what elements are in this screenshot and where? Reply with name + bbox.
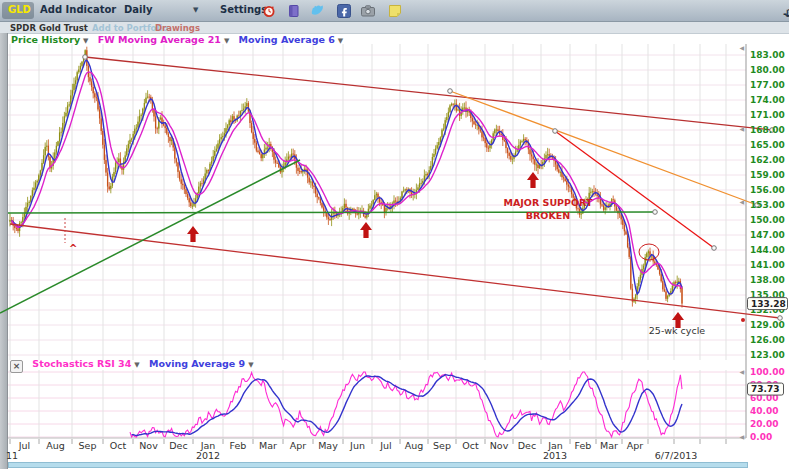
- price-tick-label: 147.00: [750, 230, 785, 240]
- indicator-tick-label: 100.00: [750, 367, 785, 377]
- month-label: Dec: [518, 440, 536, 451]
- month-label: Nov: [139, 440, 158, 451]
- indicator-panel-legend: × Stochastics RSI 34▼ Moving Average 9▼: [10, 358, 260, 373]
- price-tick-label: 153.00: [750, 200, 785, 210]
- month-label: Oct: [110, 440, 127, 451]
- month-label: Sep: [79, 440, 97, 451]
- price-tick-label: 177.00: [750, 80, 785, 90]
- trendline-handle: [553, 129, 558, 134]
- lower-channel-trendline[interactable]: [10, 224, 782, 320]
- caret-annotation: ^: [69, 243, 77, 254]
- chevron-down-icon: ▼: [134, 361, 139, 369]
- year-label: 6/7/2013: [655, 450, 698, 461]
- month-label: Mar: [600, 440, 618, 451]
- trendline-handle: [653, 210, 658, 215]
- price-tick-label: 129.00: [750, 320, 785, 330]
- price-tick-label: 171.00: [750, 110, 785, 120]
- year-label: 2012: [196, 450, 220, 461]
- month-label: Mar: [259, 440, 277, 451]
- price-tick-label: 180.00: [750, 65, 785, 75]
- gridlines: [8, 44, 746, 438]
- fw-moving-average-21-dropdown[interactable]: FW Moving Average 21▼: [98, 34, 235, 45]
- stochastics-layer: [130, 372, 682, 437]
- indicator-tick-label: 20.00: [750, 419, 778, 429]
- chevron-down-icon: ▼: [338, 37, 343, 45]
- svg-text:◀: ◀: [739, 368, 744, 375]
- month-label: Dec: [169, 440, 187, 451]
- stochastics-rsi-dropdown[interactable]: Stochastics RSI 34▼: [32, 358, 145, 369]
- trendline-handle: [448, 89, 453, 94]
- price-tick-label: 123.00: [750, 350, 785, 360]
- close-indicator-button[interactable]: ×: [10, 360, 23, 373]
- major-support-text: MAJOR SUPPORT: [504, 197, 593, 208]
- price-tick-label: 165.00: [750, 140, 785, 150]
- cycle-text: 25-wk cycle: [649, 325, 706, 336]
- moving-average-6-dropdown[interactable]: Moving Average 6▼: [239, 34, 350, 45]
- month-label: Feb: [575, 440, 592, 451]
- price-tick-label: 162.00: [750, 155, 785, 165]
- red-up-arrow: [360, 222, 372, 238]
- chevron-down-icon: ▼: [224, 37, 229, 45]
- moving-average-9-line: [132, 375, 682, 436]
- month-label: Aug: [46, 440, 65, 451]
- price-axis: 183.00180.00177.00174.00171.00168.00165.…: [739, 44, 787, 360]
- month-label: Feb: [230, 440, 247, 451]
- red-up-arrow: [187, 226, 199, 242]
- svg-text:133.28: 133.28: [751, 299, 786, 309]
- price-tick-label: 156.00: [750, 185, 785, 195]
- charting-app: GLD Add Indicator Daily ▼ Settings ↓ -3.…: [0, 0, 789, 471]
- annotations-layer: MAJOR SUPPORTBROKEN25-wk cycle^: [65, 172, 705, 336]
- month-label: May: [318, 440, 338, 451]
- svg-text:73.73: 73.73: [751, 384, 779, 394]
- chart-canvas[interactable]: MAJOR SUPPORTBROKEN25-wk cycle^183.00180…: [0, 0, 789, 471]
- svg-text:◀: ◀: [739, 198, 744, 205]
- month-label: Oct: [462, 440, 479, 451]
- price-tick-label: 183.00: [750, 50, 785, 60]
- year-label: 2013: [543, 450, 567, 461]
- rising-trendline[interactable]: [0, 160, 300, 313]
- svg-text:◀: ◀: [739, 44, 744, 51]
- price-tick-label: 141.00: [750, 260, 785, 270]
- month-label: Jul: [379, 440, 391, 451]
- broken-text: BROKEN: [526, 210, 570, 221]
- month-label: Apr: [627, 440, 644, 451]
- moving-average-9-dropdown[interactable]: Moving Average 9▼: [149, 358, 260, 369]
- indicator-tick-label: 0.00: [750, 432, 772, 442]
- indicator-tick-label: 40.00: [750, 406, 778, 416]
- trendline-handle: [83, 55, 88, 60]
- price-tick-label: 126.00: [750, 335, 785, 345]
- svg-text:◀: ◀: [739, 433, 744, 440]
- price-tick-label: 168.00: [750, 125, 785, 135]
- month-label: Nov: [490, 440, 509, 451]
- month-label: Apr: [290, 440, 307, 451]
- date-axis: JulAugSepOctNovDecJanFebMarAprMayJunJulA…: [6, 439, 726, 461]
- price-tick-label: 150.00: [750, 215, 785, 225]
- red-up-arrow: [527, 172, 539, 188]
- chevron-down-icon: ▼: [83, 37, 88, 45]
- chevron-down-icon: ▼: [248, 361, 253, 369]
- month-label: Jul: [18, 440, 30, 451]
- month-label: Sep: [433, 440, 451, 451]
- month-label: Aug: [405, 440, 424, 451]
- price-history-dropdown[interactable]: Price History▼: [11, 34, 94, 45]
- price-tick-label: 159.00: [750, 170, 785, 180]
- price-tick-label: 174.00: [750, 95, 785, 105]
- year-label: 11: [6, 450, 18, 461]
- trendline-handle: [712, 246, 717, 251]
- price-tick-label: 138.00: [750, 275, 785, 285]
- main-chart-legend: Price History▼ FW Moving Average 21▼ Mov…: [11, 34, 349, 45]
- month-label: Jun: [349, 440, 365, 451]
- stochastics-rsi-line: [130, 372, 682, 437]
- svg-text:◀: ◀: [739, 125, 744, 132]
- price-tick-label: 144.00: [750, 245, 785, 255]
